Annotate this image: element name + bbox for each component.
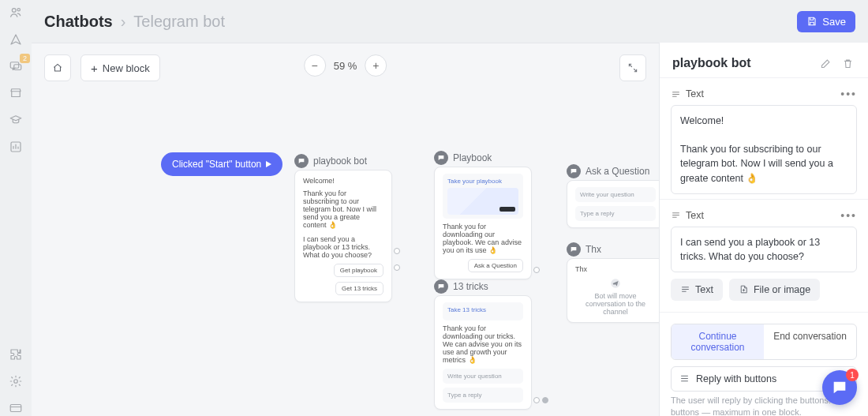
port[interactable] [533,267,540,273]
breadcrumb-root[interactable]: Chatbots [44,13,113,31]
node-text: I can send you a playbook or 13 tricks. … [303,235,383,259]
node-title-playbook-bot[interactable]: playbook bot [294,154,367,168]
node-title-playbook[interactable]: Playbook [434,151,492,165]
tab-end[interactable]: End conversation [764,324,856,359]
section-text-label: Text [671,210,834,221]
zoom-out-button[interactable]: − [304,54,326,77]
breadcrumb-current: Telegram bot [133,13,225,31]
chat-icon [567,242,581,257]
zoom-control: − 59 % + [304,54,387,77]
node-title-tricks[interactable]: 13 tricks [434,279,488,294]
node-input[interactable]: Type a reply [575,206,656,221]
node-text: Bot will move conversation to the channe… [575,292,656,316]
chat-icon [294,154,309,168]
node-input[interactable]: Write your question [575,187,656,202]
trigger-start[interactable]: Clicked "Start" button [161,152,282,176]
node-tricks[interactable]: Take 13 tricks Thank you for downloading… [434,295,532,410]
node-text: Thank you for downloading our tricks. We… [443,324,523,364]
message-text-2[interactable]: I can send you a playbook or 13 tricks. … [671,227,857,272]
puzzle-icon[interactable] [8,347,24,362]
support-chat-button[interactable]: 1 [822,370,857,405]
node-playbook[interactable]: Take your playbook Thank you for downloa… [434,167,532,279]
breadcrumb-sep: › [121,13,126,31]
save-button[interactable]: Save [797,11,855,32]
more-icon[interactable]: ••• [840,88,857,100]
node-text: Thx [575,265,656,273]
chat-badge: 1 [846,369,859,381]
nav-rail: 2 [0,0,32,416]
node-title-thx[interactable]: Thx [567,242,601,257]
save-button-label: Save [822,16,846,28]
node-button-get-tricks[interactable]: Get 13 tricks [335,282,383,295]
settings-icon[interactable] [8,373,24,389]
node-button-ask[interactable]: Ask a Question [468,259,523,272]
plus-icon: + [91,62,98,74]
node-link[interactable]: Take 13 tricks [447,306,518,313]
canvas[interactable]: +New block − 59 % + [32,43,659,416]
port[interactable] [394,264,400,271]
new-block-button[interactable]: +New block [80,54,160,81]
edit-icon[interactable] [817,55,833,71]
contacts-icon[interactable] [8,5,24,21]
play-icon [266,161,271,167]
add-file-button[interactable]: File or image [729,279,820,301]
education-icon[interactable] [8,112,24,128]
add-text-button[interactable]: Text [671,279,723,301]
zoom-in-button[interactable]: + [365,54,387,77]
port[interactable] [542,397,548,403]
inspector-title: playbook bot [672,56,811,70]
thumbnail [447,188,518,215]
svg-rect-6 [10,405,21,412]
card-icon[interactable] [8,400,24,416]
node-text: Welcome! [303,177,383,185]
message-text-1[interactable]: Welcome! Thank you for subscribing to ou… [671,105,857,194]
node-title-ask[interactable]: Ask a Question [567,164,649,178]
inspector-panel: playbook bot Text ••• Welcome! Thank you… [659,43,868,416]
node-button-get-playbook[interactable]: Get playbook [334,264,383,277]
telegram-icon [610,278,621,289]
conversation-tabs: Continue conversation End conversation [671,324,857,360]
reply-mode-label: Reply with buttons [696,373,838,384]
chat-icon [434,279,448,294]
nav-badge: 2 [20,54,30,63]
topbar: Chatbots › Telegram bot Save [32,0,868,43]
svg-point-0 [12,9,16,13]
home-button[interactable] [44,54,71,81]
node-ask[interactable]: Write your question Type a reply [567,180,659,228]
node-playbook-bot[interactable]: Welcome! Thank you for subscribing to ou… [294,170,392,302]
node-text: Thank you for subscribing to our telegra… [303,189,383,229]
trigger-label: Clicked "Start" button [172,159,261,170]
tab-continue[interactable]: Continue conversation [672,324,764,359]
svg-point-1 [17,9,20,11]
trash-icon[interactable] [840,55,855,71]
node-thx[interactable]: Thx Bot will move conversation to the ch… [567,258,659,323]
chat-icon [567,164,581,178]
new-block-label: New block [103,62,150,74]
port[interactable] [533,397,540,403]
fullscreen-button[interactable] [619,54,646,81]
svg-point-5 [14,380,18,384]
breadcrumb: Chatbots › Telegram bot [44,13,225,31]
node-input[interactable]: Type a reply [443,388,523,403]
zoom-value: 59 % [334,60,357,72]
more-icon[interactable]: ••• [840,209,857,222]
chatbots-icon[interactable]: 2 [8,58,24,74]
port[interactable] [394,248,400,254]
node-input[interactable]: Write your question [443,369,523,384]
section-text-label: Text [671,88,834,99]
node-link[interactable]: Take your playbook [447,178,518,185]
send-icon[interactable] [8,32,24,47]
store-icon[interactable] [8,85,24,101]
analytics-icon[interactable] [8,139,24,155]
svg-rect-3 [14,65,21,70]
chat-icon [434,151,448,165]
node-text: Thank you for downloading our playbook. … [443,223,523,254]
